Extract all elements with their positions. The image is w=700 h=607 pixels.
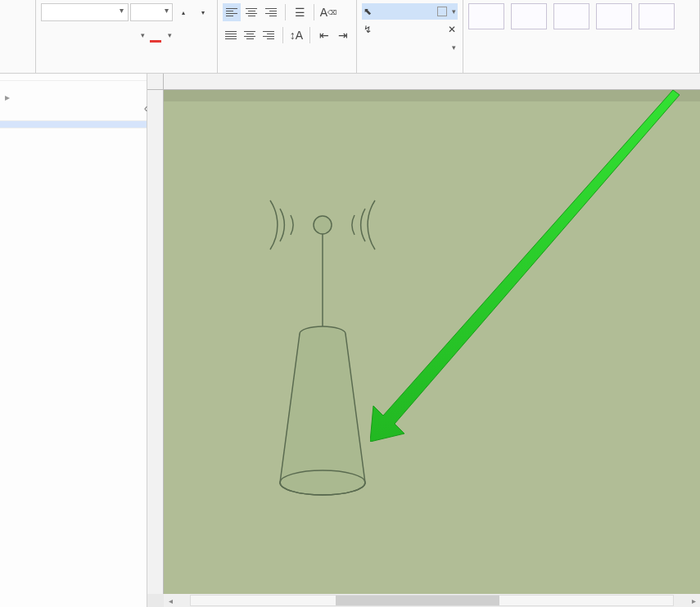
canvas-shape-wireless-ap[interactable] — [164, 90, 700, 594]
stencil-category[interactable] — [0, 114, 147, 121]
horizontal-scrollbar[interactable]: ◂ ▸ — [164, 594, 700, 607]
workspace: ▸ — [0, 74, 700, 607]
scroll-left-icon[interactable]: ◂ — [164, 596, 177, 605]
bold-button[interactable] — [41, 26, 59, 44]
stencil-more-icon[interactable]: ▸ — [0, 81, 147, 114]
scrollbar-track[interactable] — [190, 595, 674, 606]
shape-style-thumb[interactable] — [553, 3, 589, 29]
ribbon: ▴ ▾ ▾ ▾ — [0, 0, 700, 74]
change-case-button[interactable] — [120, 26, 138, 44]
dropdown-icon — [437, 7, 447, 16]
bullets-button[interactable]: ☰ — [291, 3, 309, 21]
dropdown-icon: ▾ — [452, 7, 456, 16]
font-size-select[interactable] — [130, 3, 173, 21]
shape-style-thumb[interactable] — [511, 3, 547, 29]
shape-style-thumb[interactable] — [639, 3, 675, 29]
font-family-select[interactable] — [41, 3, 129, 21]
clipboard-group — [0, 0, 36, 73]
text-direction-button[interactable]: ↕A — [287, 26, 305, 44]
separator — [285, 4, 286, 20]
separator — [314, 4, 314, 20]
dropdown-icon: ▾ — [141, 31, 145, 39]
separator — [282, 27, 283, 43]
paragraph-group-label — [218, 68, 356, 73]
pointer-tool-button[interactable]: ⬉ ▾ — [362, 3, 458, 20]
tools-group: ⬉ ▾ ↯ ✕ ▾ — [357, 0, 463, 73]
textbox-tool-button[interactable]: ▾ — [362, 39, 458, 56]
shape-style-thumb[interactable] — [596, 3, 632, 29]
cursor-icon: ⬉ — [364, 6, 372, 17]
stencil-search-input[interactable] — [0, 74, 147, 81]
align-bottom-button[interactable] — [260, 26, 278, 44]
align-left-button[interactable] — [223, 3, 241, 21]
grow-font-button[interactable]: ▴ — [174, 3, 192, 21]
format-painter-button[interactable] — [2, 8, 32, 11]
horizontal-ruler — [164, 74, 700, 90]
align-center-button[interactable] — [242, 3, 260, 21]
indent-dec-button[interactable]: ⇤ — [315, 26, 332, 44]
font-color-button[interactable] — [147, 26, 165, 44]
connector-tool-button[interactable]: ↯ ✕ — [362, 21, 458, 38]
tools-group-label — [357, 68, 463, 73]
stencil-category-selected[interactable] — [0, 121, 147, 128]
scrollbar-thumb[interactable] — [336, 596, 499, 605]
canvas-area: ◂ ▸ — [147, 74, 700, 607]
separator — [309, 27, 310, 43]
shape-styles-group — [463, 0, 700, 73]
clear-format-button[interactable]: A⌫ — [319, 3, 337, 21]
vertical-ruler — [147, 90, 164, 594]
drawing-canvas[interactable] — [164, 90, 700, 594]
strikethrough-button[interactable] — [100, 26, 118, 44]
dropdown-icon: ▾ — [452, 43, 456, 52]
connector-icon: ↯ — [364, 24, 372, 35]
shrink-font-button[interactable]: ▾ — [194, 3, 212, 21]
font-group-label — [36, 68, 217, 73]
clipboard-group-label — [0, 68, 35, 73]
indent-inc-button[interactable]: ⇥ — [334, 26, 351, 44]
italic-button[interactable] — [61, 26, 79, 44]
shapes-panel: ▸ — [0, 74, 147, 607]
align-middle-button[interactable] — [242, 26, 259, 44]
scroll-right-icon[interactable]: ▸ — [687, 596, 700, 605]
dropdown-icon: ▾ — [168, 31, 172, 39]
font-group: ▴ ▾ ▾ ▾ — [36, 0, 218, 73]
paragraph-group: ☰ A⌫ ↕A ⇤ ⇥ — [218, 0, 357, 73]
align-right-button[interactable] — [262, 3, 280, 21]
align-top-button[interactable] — [223, 26, 240, 44]
close-x-icon: ✕ — [448, 24, 456, 35]
shape-style-thumb[interactable] — [468, 3, 504, 29]
underline-button[interactable] — [80, 26, 98, 44]
svg-point-0 — [314, 216, 332, 234]
stencil-list — [0, 128, 147, 607]
shape-styles-group-label — [463, 68, 699, 73]
ruler-corner — [147, 74, 164, 90]
